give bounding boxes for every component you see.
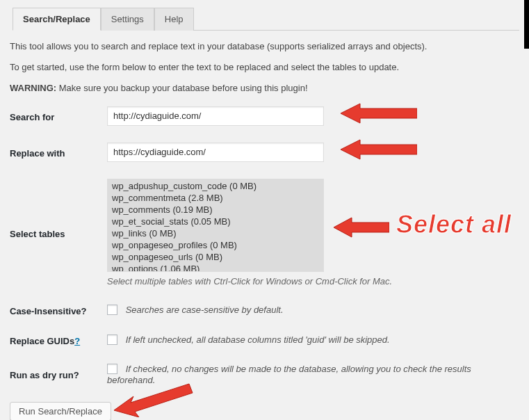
desc-replace-guids: If left unchecked, all database columns … [126, 334, 390, 345]
label-select-tables: Select tables [10, 229, 107, 239]
desc-dry-run: If checked, no changes will be made to t… [107, 364, 471, 385]
intro-line-1: This tool allows you to search and repla… [10, 40, 519, 53]
input-replace-with[interactable] [107, 143, 324, 162]
label-search-for: Search for [10, 112, 107, 122]
table-option[interactable]: wp_et_social_stats (0.05 MB) [108, 216, 323, 227]
guids-help-icon[interactable]: ? [74, 336, 80, 346]
table-option[interactable]: wp_options (1.06 MB) [108, 263, 323, 272]
label-replace-with: Replace with [10, 148, 107, 159]
row-replace-guids: Replace GUIDs? If left unchecked, all da… [10, 333, 519, 346]
checkbox-dry-run[interactable] [107, 364, 117, 374]
row-dry-run: Run as dry run? If checked, no changes w… [10, 363, 519, 385]
tab-search-replace[interactable]: Search/Replace [13, 8, 101, 31]
form: Search for Replace with Select tables wp… [10, 106, 519, 420]
label-replace-guids: Replace GUIDs? [10, 336, 107, 346]
page-scrollbar[interactable] [524, 0, 529, 49]
tab-bar: Search/Replace Settings Help [13, 7, 519, 31]
desc-case-insensitive: Searches are case-sensitive by default. [126, 305, 284, 315]
input-search-for[interactable] [107, 106, 324, 126]
checkbox-case-insensitive[interactable] [107, 305, 117, 315]
select-tables-list[interactable]: wp_adpushup_custom_code (0 MB) wp_commen… [107, 179, 324, 272]
label-replace-guids-text: Replace GUIDs [10, 336, 74, 346]
annotation-select-all-text: Select all [396, 210, 512, 239]
label-case-insensitive: Case-Insensitive? [10, 306, 107, 316]
label-dry-run: Run as dry run? [10, 370, 107, 380]
tab-help[interactable]: Help [154, 8, 194, 31]
row-submit: Run Search/Replace [10, 402, 519, 420]
warning-text: Make sure you backup your database befor… [56, 83, 307, 93]
warning-label: WARNING: [10, 83, 56, 93]
table-option[interactable]: wp_onpageseo_profiles (0 MB) [108, 239, 323, 251]
table-option[interactable]: wp_links (0 MB) [108, 227, 323, 239]
run-search-replace-button[interactable]: Run Search/Replace [10, 402, 111, 420]
table-option[interactable]: wp_commentmeta (2.8 MB) [108, 192, 323, 204]
select-tables-help: Select multiple tables with Ctrl-Click f… [107, 276, 519, 286]
intro-warning: WARNING: Make sure you backup your datab… [10, 82, 519, 95]
checkbox-replace-guids[interactable] [107, 334, 117, 345]
intro-text: This tool allows you to search and repla… [10, 40, 519, 95]
table-option[interactable]: wp_adpushup_custom_code (0 MB) [108, 180, 323, 192]
table-option[interactable]: wp_onpageseo_urls (0 MB) [108, 251, 323, 263]
table-option[interactable]: wp_comments (0.19 MB) [108, 204, 323, 216]
row-case-insensitive: Case-Insensitive? Searches are case-sens… [10, 303, 519, 316]
tab-settings[interactable]: Settings [101, 8, 154, 31]
intro-line-2: To get started, use the form below to en… [10, 61, 519, 74]
row-search-for: Search for [10, 106, 519, 126]
row-replace-with: Replace with [10, 143, 519, 162]
